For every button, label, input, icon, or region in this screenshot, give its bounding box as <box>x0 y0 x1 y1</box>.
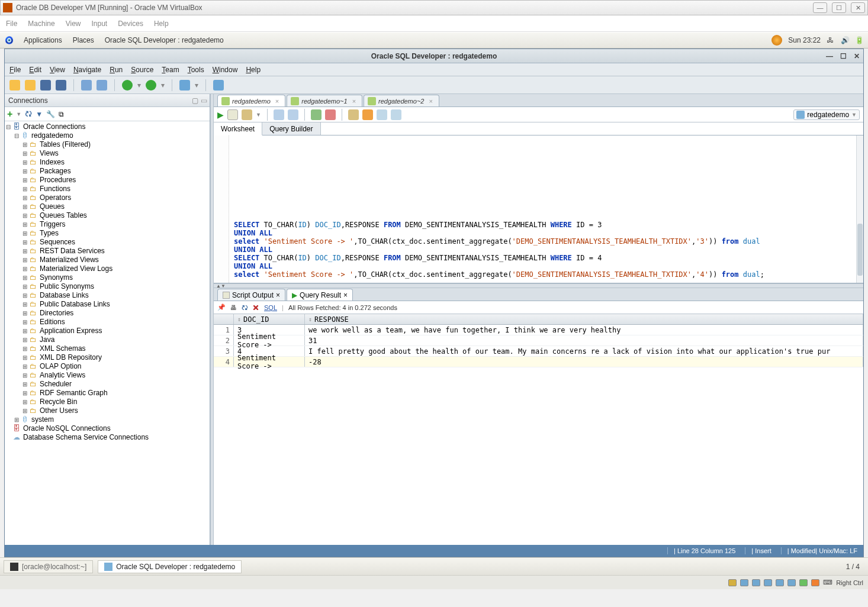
tree-node-olap-option[interactable]: ⊞🗀OLAP Option <box>5 362 210 371</box>
close-icon[interactable]: × <box>275 98 279 105</box>
vbox-menu-help[interactable]: Help <box>154 20 169 28</box>
tree-node-other-users[interactable]: ⊞🗀Other Users <box>5 406 210 415</box>
tree-node-materialized-views[interactable]: ⊞🗀Materialized Views <box>5 256 210 264</box>
connection-selector[interactable]: redgatedemo ▼ <box>793 109 860 120</box>
menu-file[interactable]: File <box>9 66 21 74</box>
refresh-connections-icon[interactable]: 🗘 <box>25 110 32 118</box>
gnome-clock[interactable]: Sun 23:22 <box>788 36 821 44</box>
tree-node-queues[interactable]: ⊞🗀Queues <box>5 202 210 211</box>
tab-query-result[interactable]: ▶ Query Result × <box>287 289 353 301</box>
menu-help[interactable]: Help <box>246 66 261 74</box>
gnome-applications[interactable]: Applications <box>24 36 62 44</box>
rollback-icon[interactable] <box>325 109 336 120</box>
tree-node-scheduler[interactable]: ⊞🗀Scheduler <box>5 380 210 389</box>
pin-icon[interactable]: 📌 <box>217 304 226 311</box>
close-icon[interactable]: × <box>276 291 280 299</box>
sql-editor[interactable]: SELECT TO_CHAR(ID) DOC_ID,RESPONSE FROM … <box>214 135 863 283</box>
find-db-icon[interactable] <box>213 80 224 91</box>
battery-icon[interactable]: 🔋 <box>855 36 863 44</box>
db-icon[interactable] <box>179 80 190 91</box>
refresh-result-icon[interactable]: 🗘 <box>242 304 248 311</box>
gnome-active-window[interactable]: Oracle SQL Developer : redgatedemo <box>105 36 224 44</box>
tree-node-analytic-views[interactable]: ⊞🗀Analytic Views <box>5 371 210 380</box>
gnome-places[interactable]: Places <box>73 36 94 44</box>
forward-icon[interactable] <box>146 80 156 91</box>
tree-node-triggers[interactable]: ⊞🗀Triggers <box>5 220 210 229</box>
tree-node-editions[interactable]: ⊞🗀Editions <box>5 318 210 327</box>
tree-node-public-database-links[interactable]: ⊞🗀Public Database Links <box>5 300 210 309</box>
sort-icon[interactable]: ⇕ <box>308 316 312 322</box>
tree-node-application-express[interactable]: ⊞🗀Application Express <box>5 327 210 335</box>
tree-schema-service[interactable]: ☁Database Schema Service Connections <box>5 433 210 442</box>
sql-link[interactable]: SQL <box>264 304 277 311</box>
editor-scrollbar[interactable] <box>856 135 863 283</box>
sqldev-close-button[interactable]: ✕ <box>854 52 860 60</box>
commit-icon[interactable] <box>311 109 322 120</box>
subtab-worksheet[interactable]: Worksheet <box>214 122 262 135</box>
tree-redgatedemo[interactable]: ⊟🛢redgatedemo <box>5 131 210 140</box>
print-icon[interactable]: 🖶 <box>230 304 237 311</box>
filter-icon[interactable]: ▼ <box>36 110 43 118</box>
save-all-icon[interactable] <box>56 80 66 91</box>
tree-node-database-links[interactable]: ⊞🗀Database Links <box>5 291 210 300</box>
editor-tab-1[interactable]: redgatedemo~1× <box>287 95 362 106</box>
editor-tab-0[interactable]: redgatedemo× <box>217 95 285 106</box>
undo-icon[interactable] <box>81 80 92 91</box>
clear-icon[interactable] <box>362 109 373 120</box>
col-docid[interactable]: DOC_ID <box>243 315 269 324</box>
run-script-icon[interactable] <box>227 109 238 120</box>
results-grid[interactable]: ⇕DOC_ID ⇕RESPONSE 13we work well as a te… <box>214 314 863 545</box>
tree-node-rdf-semantic-graph[interactable]: ⊞🗀RDF Semantic Graph <box>5 389 210 398</box>
tree-system[interactable]: ⊞🛢system <box>5 415 210 424</box>
history-icon[interactable] <box>377 109 387 120</box>
tree-node-sequences[interactable]: ⊞🗀Sequences <box>5 238 210 247</box>
horizontal-splitter[interactable]: ▲▼ <box>214 283 863 288</box>
back-icon[interactable] <box>122 80 133 91</box>
menu-window[interactable]: Window <box>213 66 238 74</box>
tree-node-synonyms[interactable]: ⊞🗀Synonyms <box>5 273 210 282</box>
tree-node-xml-db-repository[interactable]: ⊞🗀XML DB Repository <box>5 353 210 362</box>
tab-script-output[interactable]: Script Output × <box>217 289 285 301</box>
tree-node-java[interactable]: ⊞🗀Java <box>5 335 210 344</box>
unshared-worksheet-icon[interactable] <box>348 109 359 120</box>
vbox-menu-devices[interactable]: Devices <box>118 20 143 28</box>
autotrace-icon[interactable] <box>274 109 284 120</box>
menu-team[interactable]: Team <box>162 66 179 74</box>
tree-node-procedures[interactable]: ⊞🗀Procedures <box>5 176 210 185</box>
tree-node-views[interactable]: ⊞🗀Views <box>5 149 210 158</box>
network-icon[interactable]: 🖧 <box>827 36 835 44</box>
tree-node-types[interactable]: ⊞🗀Types <box>5 229 210 238</box>
sql-tuning-icon[interactable] <box>288 109 298 120</box>
tree-node-packages[interactable]: ⊞🗀Packages <box>5 167 210 176</box>
run-statement-icon[interactable]: ▶ <box>217 110 224 120</box>
open-icon[interactable] <box>25 80 36 91</box>
close-icon[interactable]: × <box>352 98 356 105</box>
sqldev-minimize-button[interactable]: — <box>826 52 833 60</box>
tree-node-tables-filtered-[interactable]: ⊞🗀Tables (Filtered) <box>5 140 210 149</box>
grid-row[interactable]: 2Sentiment Score -> 31 <box>214 335 863 346</box>
workspace-indicator[interactable]: 1 / 4 <box>846 563 864 571</box>
collapse-icon[interactable]: ⧉ <box>59 110 64 118</box>
menu-run[interactable]: Run <box>110 66 123 74</box>
grid-row[interactable]: 34I fell pretty good about the health of… <box>214 346 863 357</box>
menu-navigate[interactable]: Navigate <box>73 66 101 74</box>
new-icon[interactable] <box>9 80 20 91</box>
vbox-menu-machine[interactable]: Machine <box>28 20 54 28</box>
save-icon[interactable] <box>40 80 51 91</box>
tree-node-operators[interactable]: ⊞🗀Operators <box>5 193 210 202</box>
subtab-query-builder[interactable]: Query Builder <box>262 122 320 135</box>
vbox-close-button[interactable]: ✕ <box>851 2 865 13</box>
cancel-icon[interactable]: 🗙 <box>253 304 259 311</box>
vbox-maximize-button[interactable]: ☐ <box>832 2 846 13</box>
vbox-minimize-button[interactable]: — <box>813 2 827 13</box>
panel-menu-icon[interactable]: ▭ <box>201 96 207 105</box>
tree-node-functions[interactable]: ⊞🗀Functions <box>5 185 210 193</box>
tns-icon[interactable]: 🔧 <box>46 110 55 118</box>
sqldev-maximize-button[interactable]: ☐ <box>840 52 847 60</box>
to-upper-icon[interactable] <box>391 109 401 120</box>
editor-tab-2[interactable]: redgatedemo~2× <box>364 95 439 106</box>
volume-icon[interactable]: 🔊 <box>841 36 849 44</box>
vbox-menu-input[interactable]: Input <box>92 20 108 28</box>
connections-tree[interactable]: ⊟🗄Oracle Connections⊟🛢redgatedemo⊞🗀Table… <box>5 121 210 545</box>
vbox-menu-file[interactable]: File <box>6 20 17 28</box>
